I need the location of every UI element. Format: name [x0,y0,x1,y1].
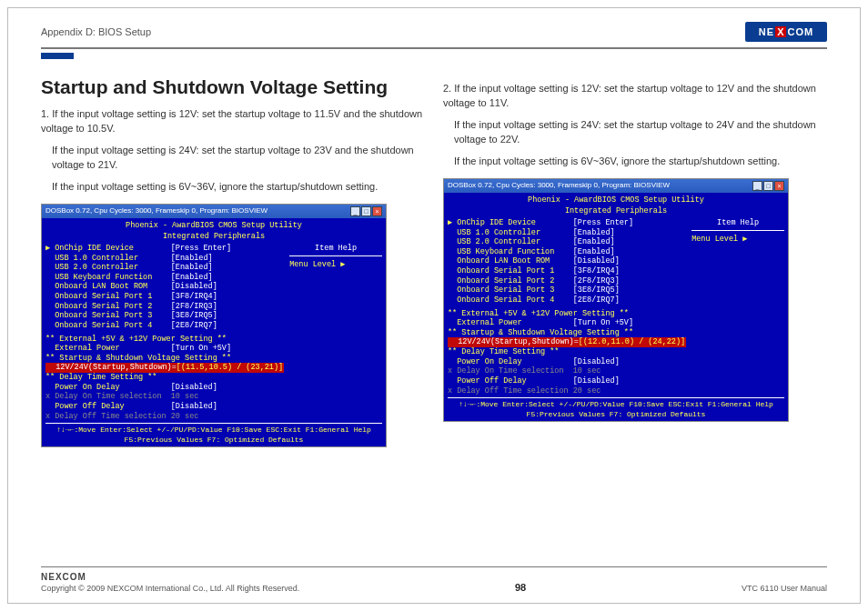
window-buttons: _□× [349,206,382,216]
bios-val: [Turn On +5V] [171,344,231,353]
bios-val: [Enabled] [573,247,615,256]
bios-item: Power Off Delay [45,402,125,411]
bios2-titlebar: DOSBox 0.72, Cpu Cycles: 3000, Frameskip… [444,179,788,193]
bios-section: ** External +5V & +12V Power Setting ** [45,335,284,345]
bios-val: [3F8/IRQ4] [171,292,217,301]
logo-x: X [775,26,786,37]
bios-item: Onboard Serial Port 2 [45,302,152,311]
maximize-icon: □ [361,206,371,216]
bios-item: Onboard LAN Boot ROM [448,256,550,265]
page-footer: NEXCOM Copyright © 2009 NEXCOM Internati… [41,572,827,593]
close-icon: × [372,206,382,216]
bios-item-dis: x Delay Off Time selection [448,386,569,396]
bios-val: [Enabled] [171,273,213,282]
bios-item: Onboard LAN Boot ROM [45,282,147,291]
bios-val: [2E8/IRQ7] [171,321,217,330]
page-number: 98 [515,582,526,593]
bios-foot1: ↑↓→←:Move Enter:Select +/-/PU/PD:Value F… [448,400,784,409]
bios2-title-text: DOSBox 0.72, Cpu Cycles: 3000, Frameskip… [448,181,670,190]
bios-val: [Press Enter] [171,244,231,253]
bios-val: [Disabled] [573,256,620,265]
logo-pre: NE [759,26,774,37]
bios-hl-val: [(12.0,11.0) / (24,22)] [579,337,685,346]
bios-val: [Disabled] [171,282,217,291]
bios-val-dis: 10 sec [171,392,199,401]
bios-head2: Integrated Peripherals [45,232,382,242]
bios-item: Onboard Serial Port 1 [45,292,152,301]
bios-foot1: ↑↓→←:Move Enter:Select +/-/PU/PD:Value F… [45,426,382,435]
bios-item: External Power [448,318,522,327]
minimize-icon: _ [752,181,762,191]
bios-item: USB Keyboard Function [45,273,152,282]
bios-item-dis: x Delay On Time selection [448,366,564,376]
footer-logo: NEXCOM [41,572,86,582]
bios-menu-level: Menu Level ▶ [691,235,784,245]
bios-head2: Integrated Peripherals [448,206,784,216]
bios-item: Power On Delay [45,383,120,392]
bios-menu-level: Menu Level ▶ [289,260,382,270]
bios-item-dis: x Delay Off Time selection [45,412,167,421]
bios-item: Onboard Serial Port 3 [45,311,152,320]
bios-item: USB 1.0 Controller [45,254,138,263]
bios-val: [Disabled] [573,376,620,386]
header-appendix: Appendix D: BIOS Setup [41,26,151,37]
bios-section: ** Delay Time Setting ** [45,373,284,383]
bios-item: Onboard Serial Port 4 [45,321,152,330]
bios-val-dis: 20 sec [171,412,199,421]
right-column: 2. If the input voltage setting is 12V: … [443,76,827,447]
bios1-titlebar: DOSBox 0.72, Cpu Cycles: 3000, Frameskip… [42,205,386,218]
bios-section: ** External +5V & +12V Power Setting ** [448,309,686,319]
bios-head1: Phoenix - AwardBIOS CMOS Setup Utility [45,221,382,231]
window-buttons: _□× [752,181,784,191]
para-2: If the input voltage setting is 24V: set… [41,144,425,173]
bios-val: [Turn On +5V] [573,318,633,327]
para-3: If the input voltage setting is 6V~36V, … [41,180,425,195]
bios-val: [2F8/IRQ3] [171,302,217,311]
bios-hl-val: [(11.5,10.5) / (23,21)] [177,363,283,372]
bios-item: USB 2.0 Controller [45,263,138,272]
bios-screenshot-2: DOSBox 0.72, Cpu Cycles: 3000, Frameskip… [443,178,789,422]
bios-item: Onboard Serial Port 4 [448,295,554,305]
logo-post: COM [787,26,813,37]
bios-hl-label: 12V/24V(Startup,Shutdown)= [449,337,579,346]
bios-head1: Phoenix - AwardBIOS CMOS Setup Utility [448,195,784,205]
bios-hl-label: 12V/24V(Startup,Shutdown)= [46,363,177,372]
bios-item: USB Keyboard Function [448,247,554,256]
bios-item: USB 2.0 Controller [448,237,540,246]
para-r2: If the input voltage setting is 24V: set… [443,118,827,147]
bios-item: ▶ OnChip IDE Device [448,218,536,227]
bios-val: [Press Enter] [573,218,633,227]
bios-val: [3F8/IRQ4] [573,266,620,275]
bios-section: ** Startup & Shutdown Voltage Setting ** [448,328,686,338]
page-title: Startup and Shutdown Voltage Setting [41,76,425,98]
close-icon: × [774,181,784,191]
bios-help-title: Item Help [691,218,784,231]
para-r3: If the input voltage setting is 6V~36V, … [443,155,827,169]
bios1-title-text: DOSBox 0.72, Cpu Cycles: 3000, Frameskip… [45,206,267,215]
left-column: Startup and Shutdown Voltage Setting 1. … [41,76,425,447]
bios-section: ** Startup & Shutdown Voltage Setting ** [45,354,284,364]
bios-item: ▶ OnChip IDE Device [45,244,134,253]
bios-help-title: Item Help [289,244,382,256]
bios-val-dis: 20 sec [573,386,601,396]
bios-val: [2F8/IRQ3] [573,276,620,285]
bios-foot2: F5:Previous Values F7: Optimized Default… [448,410,784,419]
bios-val: [Enabled] [573,237,615,246]
bios-item: Onboard Serial Port 3 [448,285,554,295]
bios-item: Onboard Serial Port 1 [448,266,554,275]
bios-item: Onboard Serial Port 2 [448,276,554,285]
bios-item: USB 1.0 Controller [448,228,540,237]
bios-screenshot-1: DOSBox 0.72, Cpu Cycles: 3000, Frameskip… [41,204,387,447]
bios-val: [Enabled] [171,263,213,272]
logo-top: NEXCOM [745,22,827,42]
bios-item-dis: x Delay On Time selection [45,392,162,401]
bios-val: [Enabled] [171,254,213,263]
bios-val-dis: 10 sec [573,366,601,376]
bios-val: [Disabled] [171,383,217,392]
minimize-icon: _ [350,206,360,216]
bios-val: [Enabled] [573,228,615,237]
maximize-icon: □ [763,181,773,191]
bios-item: External Power [45,344,120,353]
bios-val: [3E8/IRQ5] [171,311,217,320]
footer-copyright: Copyright © 2009 NEXCOM International Co… [41,584,299,593]
